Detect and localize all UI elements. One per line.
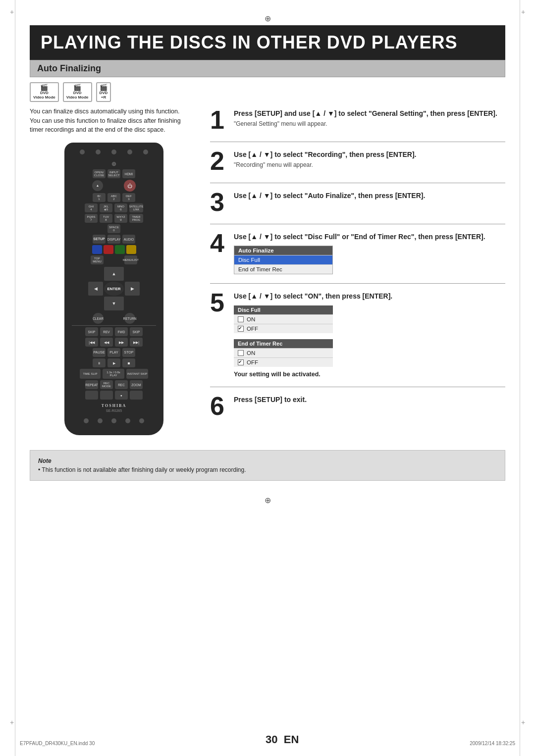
step-5-content: Use [▲ / ▼] to select "ON", then press [… xyxy=(234,290,505,378)
btn-abc-2[interactable]: ABC2 xyxy=(107,193,120,202)
disc-full-off-row[interactable]: OFF xyxy=(234,324,333,333)
step-4-number: 4 xyxy=(210,230,228,256)
remote-row-456: GHI4 JKL◈5 MNO6 SATELLITELINK xyxy=(69,203,159,212)
disc-full-off-checkbox[interactable] xyxy=(238,326,244,332)
input-select-button[interactable]: INPUTSELECT xyxy=(107,169,120,178)
end-timer-on-row[interactable]: ON xyxy=(234,348,333,357)
bottom-dot-5 xyxy=(139,418,144,423)
btn-slash[interactable]: Φ/:1 xyxy=(93,193,106,202)
zoom-button[interactable]: ZOOM xyxy=(130,380,143,389)
audio-button[interactable]: AUDIO xyxy=(122,235,135,244)
blue-button[interactable] xyxy=(92,245,102,254)
remote-reg-mark: ⊕ xyxy=(69,160,159,167)
yellow-button[interactable] xyxy=(126,245,136,254)
stop-icon-button[interactable]: ⏹ xyxy=(122,358,135,367)
instant-skip-button[interactable]: INSTANT SKIP xyxy=(126,369,148,379)
btn-ghi-4[interactable]: GHI4 xyxy=(85,203,98,212)
note-text: This function is not available after fin… xyxy=(42,466,246,473)
time-slip-button[interactable]: TIME SLIP xyxy=(80,369,101,379)
rec-mode-icon-button[interactable] xyxy=(100,391,113,400)
disc-full-on-checkbox[interactable] xyxy=(238,316,244,322)
menu-list-button[interactable]: MENU/LIST xyxy=(124,255,137,264)
btn-mno-6[interactable]: MNO6 xyxy=(114,203,127,212)
stop-button[interactable]: STOP xyxy=(122,348,135,357)
intro-line2: You can use this function to finalize di… xyxy=(30,117,181,124)
main-layout: You can finalize discs automatically usi… xyxy=(30,107,505,435)
pause-icon-button[interactable]: ⏸ xyxy=(93,358,106,367)
intro-line3: timer recordings and at the end of the d… xyxy=(30,126,165,133)
rec-mode-button[interactable]: REC MODE xyxy=(100,380,113,389)
bottom-dot-4 xyxy=(125,418,130,423)
skip-fwd-button[interactable]: SKIP xyxy=(130,327,143,336)
btn-wxyz-9[interactable]: WXYZ9 xyxy=(114,214,127,223)
satellite-link-button[interactable]: SATELLITELINK xyxy=(129,203,143,212)
skip-fwd-icon-button[interactable]: ▶▶| xyxy=(130,338,143,347)
btn-pqrs-7[interactable]: PQRS7 xyxy=(85,214,98,223)
remote-row-skip-icons: |◀◀ ◀◀ ▶▶ ▶▶| xyxy=(69,338,159,347)
step-1-number: 1 xyxy=(210,107,228,133)
green-button[interactable] xyxy=(115,245,125,254)
step-4-title: Use [▲ / ▼] to select "Disc Full" or "En… xyxy=(234,232,505,242)
top-menu-button[interactable]: TOP MENU xyxy=(91,255,104,264)
step-divider-5 xyxy=(210,387,505,387)
power-button[interactable]: ⏻ xyxy=(124,180,136,192)
bottom-dot-3 xyxy=(111,418,116,423)
remote-row-eject-power: ▲ ⏻ xyxy=(69,180,159,192)
btn-def-3[interactable]: DEF3 xyxy=(122,193,135,202)
hdmi-button[interactable]: HDMI xyxy=(122,169,135,178)
skip-back-icon-button[interactable]: |◀◀ xyxy=(85,338,98,347)
dot-5 xyxy=(143,150,148,154)
step-5-block: 5 Use [▲ / ▼] to select "ON", then press… xyxy=(210,290,505,378)
section-heading: Auto Finalizing xyxy=(30,60,505,77)
menu-4-item-endtimer[interactable]: End of Timer Rec xyxy=(234,264,332,274)
disc-full-on-row[interactable]: ON xyxy=(234,314,333,324)
dpad-up-button[interactable]: ▲ xyxy=(104,267,124,281)
btn-space-0[interactable]: SPACE0 xyxy=(107,224,120,233)
end-timer-title: End of Timer Rec xyxy=(234,339,333,348)
setup-button[interactable]: SETUP xyxy=(93,235,106,244)
rew-icon-button[interactable]: ◀◀ xyxy=(100,338,113,347)
play-button[interactable]: PLAY xyxy=(107,348,120,357)
display-button[interactable]: DISPLAY xyxy=(107,235,120,244)
note-label: Note xyxy=(38,457,52,464)
btn-tuv-8[interactable]: TUV8 xyxy=(100,214,112,223)
fwd-button[interactable]: FWD xyxy=(115,327,128,336)
remote-row-clear: CLEAR RETURN xyxy=(69,313,159,324)
skip-back-button[interactable]: SKIP xyxy=(85,327,98,336)
end-timer-off-label: OFF xyxy=(247,359,258,365)
eject-button[interactable]: ▲ xyxy=(92,180,103,191)
clear-button[interactable]: CLEAR xyxy=(93,313,104,324)
remote-row-0: SPACE0 xyxy=(69,224,159,233)
end-timer-on-checkbox[interactable] xyxy=(238,350,244,356)
play-icon-button[interactable]: ▶ xyxy=(107,358,120,367)
remote-top-dots xyxy=(69,148,159,156)
dpad-right-button[interactable]: ▶ xyxy=(125,282,140,296)
speed-button[interactable]: 1.3x / 0.8x PLAY xyxy=(103,369,124,379)
return-button[interactable]: RETURN xyxy=(124,313,135,324)
rec-icon-button[interactable]: ● xyxy=(115,391,128,400)
fwd-icon-button[interactable]: ▶▶ xyxy=(115,338,128,347)
step-3-number: 3 xyxy=(210,189,228,215)
remote-row-123: Φ/:1 ABC2 DEF3 xyxy=(69,193,159,202)
dpad: ▲ ◀ ENTER ▶ ▼ xyxy=(69,267,159,310)
dpad-down-button[interactable]: ▼ xyxy=(104,297,124,310)
step-6-title: Press [SETUP] to exit. xyxy=(234,395,505,405)
menu-4-item-discfull[interactable]: Disc Full xyxy=(234,255,332,264)
rec-button[interactable]: REC xyxy=(115,380,128,389)
pause-button[interactable]: PAUSE xyxy=(93,348,106,357)
zoom-icon-button[interactable] xyxy=(130,391,143,400)
repeat-button[interactable]: REPEAT xyxy=(85,380,98,389)
repeat-icon-button[interactable] xyxy=(85,391,98,400)
dpad-left-button[interactable]: ◀ xyxy=(88,282,103,296)
dvd-logo-2: 🎬 DVD Video Mode xyxy=(63,82,92,102)
open-close-button[interactable]: OPEN/CLOSE xyxy=(93,169,106,178)
red-button[interactable] xyxy=(104,245,113,254)
end-timer-off-row[interactable]: OFF xyxy=(234,357,333,367)
remote-bottom-dots xyxy=(69,416,159,425)
remote-divider-1 xyxy=(72,325,156,326)
enter-button[interactable]: ENTER xyxy=(104,282,124,296)
end-timer-off-checkbox[interactable] xyxy=(238,359,244,365)
rev-button[interactable]: REV xyxy=(100,327,113,336)
btn-jkl-5[interactable]: JKL◈5 xyxy=(100,203,112,212)
timer-prog-button[interactable]: TIMERPROG xyxy=(129,214,143,223)
